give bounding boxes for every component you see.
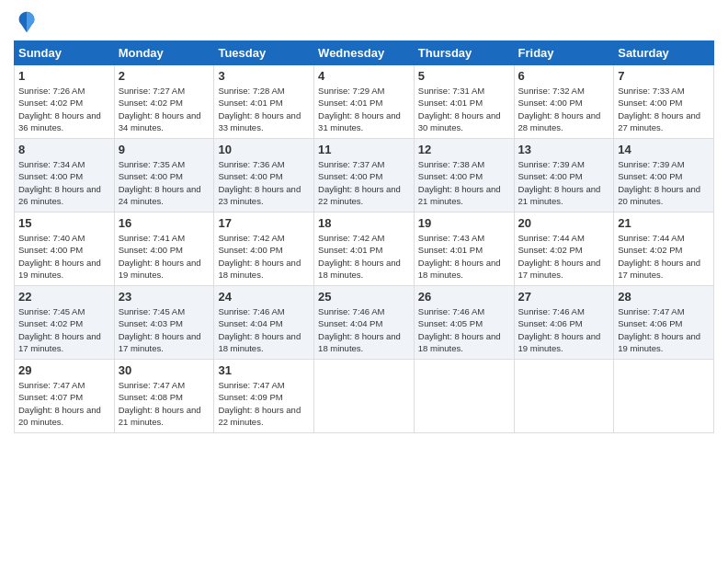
day-detail: Sunrise: 7:27 AMSunset: 4:02 PMDaylight:… bbox=[119, 85, 210, 133]
calendar-cell: 14Sunrise: 7:39 AMSunset: 4:00 PMDayligh… bbox=[614, 139, 714, 213]
calendar-cell: 28Sunrise: 7:47 AMSunset: 4:06 PMDayligh… bbox=[614, 286, 714, 360]
calendar-cell: 29Sunrise: 7:47 AMSunset: 4:07 PMDayligh… bbox=[15, 360, 115, 433]
calendar-week-row: 29Sunrise: 7:47 AMSunset: 4:07 PMDayligh… bbox=[15, 360, 714, 433]
day-detail: Sunrise: 7:47 AMSunset: 4:06 PMDaylight:… bbox=[618, 305, 710, 354]
day-detail: Sunrise: 7:40 AMSunset: 4:00 PMDaylight:… bbox=[18, 232, 110, 281]
day-number: 18 bbox=[318, 216, 410, 230]
calendar-cell: 9Sunrise: 7:35 AMSunset: 4:00 PMDaylight… bbox=[114, 139, 214, 213]
day-number: 17 bbox=[218, 216, 310, 230]
header-wednesday: Wednesday bbox=[314, 41, 415, 65]
calendar-cell: 20Sunrise: 7:44 AMSunset: 4:02 PMDayligh… bbox=[514, 213, 614, 286]
day-number: 16 bbox=[119, 216, 210, 230]
calendar-cell: 8Sunrise: 7:34 AMSunset: 4:00 PMDaylight… bbox=[15, 139, 115, 213]
header-tuesday: Tuesday bbox=[214, 41, 314, 65]
day-number: 4 bbox=[318, 69, 410, 83]
calendar-cell: 16Sunrise: 7:41 AMSunset: 4:00 PMDayligh… bbox=[114, 213, 214, 286]
day-detail: Sunrise: 7:36 AMSunset: 4:00 PMDaylight:… bbox=[218, 158, 310, 207]
day-number: 21 bbox=[618, 216, 710, 230]
day-detail: Sunrise: 7:46 AMSunset: 4:06 PMDaylight:… bbox=[518, 305, 610, 354]
calendar-cell: 22Sunrise: 7:45 AMSunset: 4:02 PMDayligh… bbox=[15, 286, 115, 360]
calendar-header-row: SundayMondayTuesdayWednesdayThursdayFrid… bbox=[15, 41, 714, 65]
calendar-cell: 31Sunrise: 7:47 AMSunset: 4:09 PMDayligh… bbox=[214, 360, 314, 433]
day-number: 3 bbox=[218, 69, 310, 83]
calendar-cell: 5Sunrise: 7:31 AMSunset: 4:01 PMDaylight… bbox=[414, 65, 514, 139]
calendar-cell: 2Sunrise: 7:27 AMSunset: 4:02 PMDaylight… bbox=[114, 65, 214, 139]
calendar-table: SundayMondayTuesdayWednesdayThursdayFrid… bbox=[14, 40, 714, 433]
calendar-cell: 30Sunrise: 7:47 AMSunset: 4:08 PMDayligh… bbox=[114, 360, 214, 433]
logo-icon bbox=[14, 9, 40, 35]
day-number: 31 bbox=[218, 363, 310, 377]
calendar-cell bbox=[514, 360, 614, 433]
calendar-cell bbox=[614, 360, 714, 433]
day-number: 24 bbox=[218, 290, 310, 304]
day-detail: Sunrise: 7:34 AMSunset: 4:00 PMDaylight:… bbox=[18, 158, 110, 207]
day-detail: Sunrise: 7:39 AMSunset: 4:00 PMDaylight:… bbox=[618, 158, 710, 207]
day-number: 27 bbox=[518, 290, 610, 304]
calendar-cell bbox=[314, 360, 415, 433]
calendar-cell: 15Sunrise: 7:40 AMSunset: 4:00 PMDayligh… bbox=[15, 213, 115, 286]
day-detail: Sunrise: 7:42 AMSunset: 4:00 PMDaylight:… bbox=[218, 232, 310, 281]
calendar-week-row: 8Sunrise: 7:34 AMSunset: 4:00 PMDaylight… bbox=[15, 139, 714, 213]
calendar-page: SundayMondayTuesdayWednesdayThursdayFrid… bbox=[0, 0, 728, 563]
calendar-cell: 6Sunrise: 7:32 AMSunset: 4:00 PMDaylight… bbox=[514, 65, 614, 139]
day-number: 2 bbox=[119, 69, 210, 83]
day-number: 30 bbox=[119, 363, 210, 377]
day-number: 7 bbox=[618, 69, 710, 83]
calendar-week-row: 22Sunrise: 7:45 AMSunset: 4:02 PMDayligh… bbox=[15, 286, 714, 360]
page-header bbox=[14, 9, 714, 35]
day-number: 26 bbox=[418, 290, 510, 304]
calendar-cell: 13Sunrise: 7:39 AMSunset: 4:00 PMDayligh… bbox=[514, 139, 614, 213]
calendar-cell: 27Sunrise: 7:46 AMSunset: 4:06 PMDayligh… bbox=[514, 286, 614, 360]
day-number: 15 bbox=[18, 216, 110, 230]
day-detail: Sunrise: 7:44 AMSunset: 4:02 PMDaylight:… bbox=[518, 232, 610, 281]
calendar-cell: 11Sunrise: 7:37 AMSunset: 4:00 PMDayligh… bbox=[314, 139, 415, 213]
day-number: 9 bbox=[119, 143, 210, 156]
day-number: 22 bbox=[18, 290, 110, 304]
day-number: 28 bbox=[618, 290, 710, 304]
day-number: 13 bbox=[518, 143, 610, 156]
day-detail: Sunrise: 7:32 AMSunset: 4:00 PMDaylight:… bbox=[518, 85, 610, 133]
day-detail: Sunrise: 7:47 AMSunset: 4:08 PMDaylight:… bbox=[119, 379, 210, 428]
day-number: 20 bbox=[518, 216, 610, 230]
header-sunday: Sunday bbox=[15, 41, 115, 65]
day-detail: Sunrise: 7:46 AMSunset: 4:05 PMDaylight:… bbox=[418, 305, 510, 354]
day-detail: Sunrise: 7:41 AMSunset: 4:00 PMDaylight:… bbox=[119, 232, 210, 281]
day-detail: Sunrise: 7:45 AMSunset: 4:03 PMDaylight:… bbox=[119, 305, 210, 354]
day-detail: Sunrise: 7:29 AMSunset: 4:01 PMDaylight:… bbox=[318, 85, 410, 133]
day-number: 25 bbox=[318, 290, 410, 304]
day-detail: Sunrise: 7:26 AMSunset: 4:02 PMDaylight:… bbox=[18, 85, 110, 133]
calendar-cell: 10Sunrise: 7:36 AMSunset: 4:00 PMDayligh… bbox=[214, 139, 314, 213]
day-number: 1 bbox=[18, 69, 110, 83]
day-number: 12 bbox=[418, 143, 510, 156]
calendar-week-row: 1Sunrise: 7:26 AMSunset: 4:02 PMDaylight… bbox=[15, 65, 714, 139]
day-detail: Sunrise: 7:33 AMSunset: 4:00 PMDaylight:… bbox=[618, 85, 710, 133]
calendar-cell: 4Sunrise: 7:29 AMSunset: 4:01 PMDaylight… bbox=[314, 65, 415, 139]
day-detail: Sunrise: 7:44 AMSunset: 4:02 PMDaylight:… bbox=[618, 232, 710, 281]
day-number: 23 bbox=[119, 290, 210, 304]
day-detail: Sunrise: 7:45 AMSunset: 4:02 PMDaylight:… bbox=[18, 305, 110, 354]
day-number: 8 bbox=[18, 143, 110, 156]
day-number: 6 bbox=[518, 69, 610, 83]
day-detail: Sunrise: 7:46 AMSunset: 4:04 PMDaylight:… bbox=[318, 305, 410, 354]
day-number: 5 bbox=[418, 69, 510, 83]
calendar-cell bbox=[414, 360, 514, 433]
day-detail: Sunrise: 7:39 AMSunset: 4:00 PMDaylight:… bbox=[518, 158, 610, 207]
calendar-cell: 19Sunrise: 7:43 AMSunset: 4:01 PMDayligh… bbox=[414, 213, 514, 286]
calendar-cell: 21Sunrise: 7:44 AMSunset: 4:02 PMDayligh… bbox=[614, 213, 714, 286]
calendar-cell: 24Sunrise: 7:46 AMSunset: 4:04 PMDayligh… bbox=[214, 286, 314, 360]
day-detail: Sunrise: 7:43 AMSunset: 4:01 PMDaylight:… bbox=[418, 232, 510, 281]
calendar-cell: 3Sunrise: 7:28 AMSunset: 4:01 PMDaylight… bbox=[214, 65, 314, 139]
calendar-cell: 18Sunrise: 7:42 AMSunset: 4:01 PMDayligh… bbox=[314, 213, 415, 286]
day-number: 11 bbox=[318, 143, 410, 156]
header-thursday: Thursday bbox=[414, 41, 514, 65]
day-detail: Sunrise: 7:46 AMSunset: 4:04 PMDaylight:… bbox=[218, 305, 310, 354]
calendar-cell: 7Sunrise: 7:33 AMSunset: 4:00 PMDaylight… bbox=[614, 65, 714, 139]
header-saturday: Saturday bbox=[614, 41, 714, 65]
day-number: 19 bbox=[418, 216, 510, 230]
header-friday: Friday bbox=[514, 41, 614, 65]
day-detail: Sunrise: 7:42 AMSunset: 4:01 PMDaylight:… bbox=[318, 232, 410, 281]
header-monday: Monday bbox=[114, 41, 214, 65]
day-detail: Sunrise: 7:47 AMSunset: 4:07 PMDaylight:… bbox=[18, 379, 110, 428]
calendar-week-row: 15Sunrise: 7:40 AMSunset: 4:00 PMDayligh… bbox=[15, 213, 714, 286]
day-detail: Sunrise: 7:37 AMSunset: 4:00 PMDaylight:… bbox=[318, 158, 410, 207]
